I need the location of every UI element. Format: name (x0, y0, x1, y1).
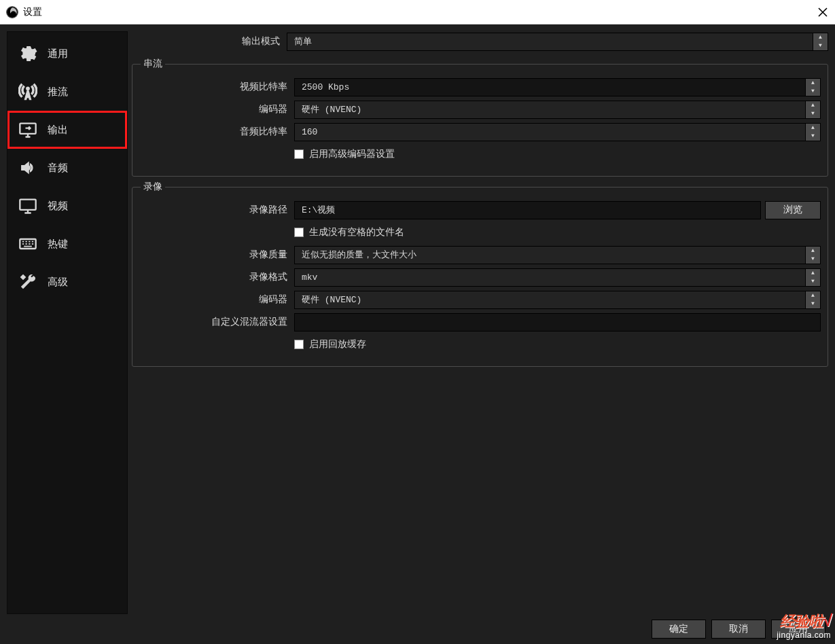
monitor-icon (18, 196, 38, 216)
checkbox-label: 生成没有空格的文件名 (309, 226, 404, 238)
chevron-up-icon[interactable]: ▲ (806, 247, 820, 255)
spinner[interactable]: ▲ ▼ (805, 79, 820, 96)
apply-button[interactable]: 应用 (771, 620, 825, 639)
sidebar-label: 通用 (48, 48, 68, 60)
chevron-up-icon[interactable]: ▲ (806, 124, 820, 132)
select-value: 160 (302, 127, 317, 137)
sidebar-label: 高级 (48, 276, 68, 289)
select-value: 简单 (294, 35, 312, 48)
gear-icon (18, 43, 38, 64)
select-stepper[interactable]: ▲ ▼ (805, 269, 820, 286)
select-stepper[interactable]: ▲ ▼ (805, 291, 820, 308)
chevron-up-icon[interactable]: ▲ (806, 101, 820, 110)
select-value: 硬件 (NVENC) (302, 293, 361, 306)
select-value: mkv (302, 272, 317, 283)
cancel-button[interactable]: 取消 (711, 620, 766, 639)
antenna-icon (18, 82, 38, 102)
recording-format-label: 录像格式 (139, 271, 294, 283)
sidebar-item-advanced[interactable]: 高级 (7, 263, 127, 301)
chevron-down-icon[interactable]: ▼ (806, 132, 820, 141)
enable-advanced-encoder-checkbox[interactable]: 启用高级编码器设置 (294, 148, 395, 160)
sidebar-item-video[interactable]: 视频 (7, 187, 127, 225)
close-button[interactable] (816, 5, 830, 19)
select-stepper[interactable]: ▲ ▼ (813, 33, 828, 50)
recording-encoder-label: 编码器 (139, 293, 294, 306)
ok-button[interactable]: 确定 (652, 620, 706, 639)
input-value: E:\视频 (302, 204, 335, 216)
muxer-settings-label: 自定义混流器设置 (139, 316, 294, 328)
recording-quality-label: 录像质量 (139, 249, 294, 261)
checkbox-icon (294, 149, 304, 159)
audio-bitrate-label: 音频比特率 (139, 126, 294, 138)
muxer-settings-input[interactable] (294, 313, 821, 332)
video-bitrate-input[interactable]: 2500 Kbps ▲ ▼ (294, 78, 821, 96)
checkbox-icon (294, 340, 304, 349)
chevron-up-icon[interactable]: ▲ (806, 79, 820, 88)
dialog-footer: 确定 取消 应用 (0, 614, 835, 644)
obs-logo-icon (5, 5, 19, 19)
sidebar-label: 输出 (48, 124, 68, 137)
chevron-up-icon[interactable]: ▲ (806, 291, 820, 300)
select-stepper[interactable]: ▲ ▼ (805, 247, 820, 264)
svg-rect-2 (20, 200, 35, 210)
sidebar-label: 热键 (48, 238, 68, 251)
recording-quality-select[interactable]: 近似无损的质量，大文件大小 ▲ ▼ (294, 246, 821, 264)
recording-group: 录像 录像路径 E:\视频 浏览 生成没有空格的文件名 (132, 181, 828, 367)
generate-no-space-filename-checkbox[interactable]: 生成没有空格的文件名 (294, 226, 404, 238)
select-value: 硬件 (NVENC) (302, 103, 361, 115)
enable-replay-buffer-checkbox[interactable]: 启用回放缓存 (294, 338, 366, 351)
recording-encoder-select[interactable]: 硬件 (NVENC) ▲ ▼ (294, 291, 821, 309)
keyboard-icon (18, 234, 38, 254)
tools-icon (18, 272, 38, 292)
group-title: 串流 (141, 58, 165, 70)
chevron-down-icon[interactable]: ▼ (806, 255, 820, 264)
streaming-group: 串流 视频比特率 2500 Kbps ▲ ▼ 编码器 (132, 58, 828, 177)
chevron-down-icon[interactable]: ▼ (806, 277, 820, 286)
output-mode-label: 输出模式 (132, 35, 287, 48)
select-stepper[interactable]: ▲ ▼ (805, 124, 820, 141)
content-panel: 输出模式 简单 ▲ ▼ 串流 视频比特率 2500 Kbps (132, 31, 828, 614)
audio-bitrate-select[interactable]: 160 ▲ ▼ (294, 123, 821, 141)
titlebar: 设置 (0, 0, 835, 24)
sidebar-label: 视频 (48, 200, 68, 213)
chevron-down-icon[interactable]: ▼ (806, 109, 820, 118)
encoder-label: 编码器 (139, 103, 294, 115)
video-bitrate-label: 视频比特率 (139, 81, 294, 93)
browse-button[interactable]: 浏览 (765, 201, 821, 219)
sidebar-label: 音频 (48, 162, 68, 175)
chevron-up-icon[interactable]: ▲ (806, 269, 820, 278)
output-mode-select[interactable]: 简单 ▲ ▼ (287, 33, 828, 51)
speaker-icon (18, 158, 38, 178)
sidebar-item-audio[interactable]: 音频 (7, 149, 127, 187)
select-stepper[interactable]: ▲ ▼ (805, 101, 820, 118)
chevron-down-icon[interactable]: ▼ (806, 87, 820, 96)
window-title: 设置 (23, 6, 42, 18)
checkbox-label: 启用回放缓存 (309, 338, 366, 351)
recording-path-input[interactable]: E:\视频 (294, 201, 761, 219)
sidebar-label: 推流 (48, 86, 68, 99)
input-value: 2500 Kbps (302, 82, 349, 92)
sidebar: 通用 推流 输出 音频 视频 (7, 31, 128, 614)
checkbox-icon (294, 228, 304, 237)
select-value: 近似无损的质量，大文件大小 (302, 249, 416, 261)
group-title: 录像 (141, 181, 165, 193)
sidebar-item-output[interactable]: 输出 (7, 111, 127, 149)
checkbox-label: 启用高级编码器设置 (309, 148, 395, 160)
chevron-down-icon[interactable]: ▼ (806, 300, 820, 308)
recording-path-label: 录像路径 (139, 204, 294, 216)
encoder-select[interactable]: 硬件 (NVENC) ▲ ▼ (294, 101, 821, 119)
recording-format-select[interactable]: mkv ▲ ▼ (294, 268, 821, 287)
chevron-up-icon[interactable]: ▲ (813, 33, 828, 42)
chevron-down-icon[interactable]: ▼ (813, 41, 828, 50)
sidebar-item-general[interactable]: 通用 (7, 35, 127, 73)
monitor-output-icon (18, 120, 38, 140)
sidebar-item-stream[interactable]: 推流 (7, 73, 127, 111)
sidebar-item-hotkeys[interactable]: 热键 (7, 225, 127, 263)
